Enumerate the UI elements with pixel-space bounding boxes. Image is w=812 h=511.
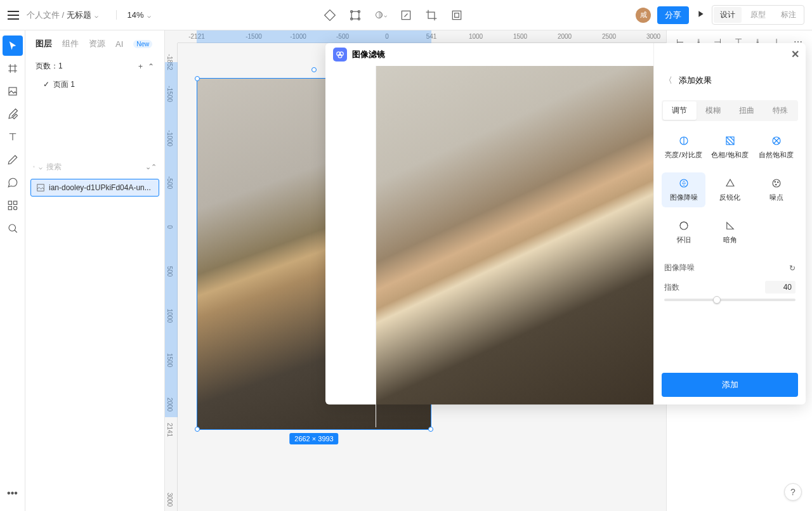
diamond-icon[interactable] — [324, 9, 336, 22]
mode-design[interactable]: 设计 — [714, 7, 742, 23]
effect-vignette[interactable]: 暗角 — [708, 215, 752, 250]
svg-rect-9 — [9, 87, 16, 95]
more-icon[interactable]: ••• — [3, 483, 23, 503]
bounding-box-icon[interactable] — [349, 9, 362, 22]
chevron-down-icon: ⌵ — [147, 12, 151, 19]
effect-brightness[interactable]: 亮度/对比度 — [662, 130, 705, 165]
left-panel: 图层 组件 资源 AI New 页数：1 + ⌃ 页面 1 ⌵ ⌄⌃ ian-d… — [25, 30, 165, 511]
chevron-down-icon[interactable]: ⌵ — [95, 12, 98, 19]
svg-rect-0 — [351, 11, 359, 19]
layer-item[interactable]: ian-dooley-d1UPkiFd04A-un... — [30, 179, 159, 197]
contrast-icon[interactable]: ⌵ — [374, 9, 387, 22]
zoom-level[interactable]: 14% ⌵ — [116, 10, 151, 20]
image-filter-popup: 图像滤镜 ✕ 〈 添加效果 调节 模糊 扭曲 特殊 亮度/对比度 色相/饱和度 … — [325, 43, 806, 404]
image-layer-icon — [36, 183, 45, 192]
resize-handle-br[interactable] — [428, 427, 433, 432]
layer-name: ian-dooley-d1UPkiFd04A-un... — [49, 183, 151, 192]
layer-search-input[interactable] — [46, 162, 141, 171]
mode-prototype[interactable]: 原型 — [744, 7, 772, 23]
frame-icon[interactable] — [450, 9, 463, 22]
effect-hue[interactable]: 色相/饱和度 — [708, 130, 752, 165]
svg-rect-12 — [8, 207, 11, 210]
page-item[interactable]: 页面 1 — [25, 75, 164, 94]
popup-thumbnails — [325, 66, 376, 427]
tab-layers[interactable]: 图层 — [36, 38, 52, 49]
tab-adjust[interactable]: 调节 — [663, 101, 697, 120]
collapse-layers-icon[interactable]: ⌄⌃ — [145, 163, 157, 171]
share-button[interactable]: 分享 — [657, 6, 689, 24]
menu-icon[interactable] — [8, 11, 19, 20]
select-tool[interactable] — [3, 36, 23, 56]
tab-blur[interactable]: 模糊 — [697, 101, 730, 120]
chevron-down-icon[interactable]: ⌵ — [39, 164, 43, 171]
popup-nav-title: 添加效果 — [679, 75, 712, 86]
top-bar: 个人文件 / 无标题 ⌵ 14% ⌵ ⌵ 咸 分享 设计 原型 标注 — [0, 0, 812, 30]
popup-preview — [376, 66, 653, 404]
effect-noise[interactable]: 噪点 — [754, 172, 798, 207]
pencil-tool[interactable] — [3, 150, 23, 170]
resize-handle-tl[interactable] — [195, 76, 200, 81]
filter-app-icon — [333, 48, 347, 61]
effect-vibrance[interactable]: 自然饱和度 — [754, 130, 798, 165]
slider-thumb[interactable] — [713, 296, 721, 304]
breadcrumb-title: 无标题 — [67, 10, 91, 20]
tab-ai[interactable]: AI — [115, 39, 123, 49]
pen-tool[interactable] — [3, 104, 23, 124]
add-button[interactable]: 添加 — [662, 373, 798, 397]
add-page-icon[interactable]: + — [138, 62, 143, 71]
param-title: 图像降噪 — [664, 262, 695, 273]
components-tool[interactable] — [3, 195, 23, 216]
dimensions-badge: 2662 × 3993 — [289, 433, 338, 444]
svg-rect-10 — [8, 201, 11, 204]
rotate-handle[interactable] — [311, 67, 317, 72]
mode-tabs: 设计 原型 标注 — [712, 5, 804, 25]
breadcrumb[interactable]: 个人文件 / 无标题 ⌵ — [27, 10, 98, 21]
tab-assets[interactable]: 资源 — [89, 38, 105, 49]
left-toolbar: ••• — [0, 30, 25, 511]
svg-point-14 — [9, 224, 16, 231]
help-button[interactable]: ? — [784, 483, 802, 501]
search-icon — [33, 162, 35, 171]
reset-icon[interactable]: ↻ — [789, 264, 796, 273]
param-slider[interactable] — [664, 299, 796, 301]
svg-point-25 — [775, 181, 776, 183]
svg-point-15 — [34, 166, 35, 167]
param-input[interactable] — [765, 281, 796, 294]
tab-distort[interactable]: 扭曲 — [730, 101, 764, 120]
play-icon[interactable] — [695, 9, 705, 22]
comment-tool[interactable] — [3, 172, 23, 193]
collapse-icon[interactable]: ⌃ — [148, 62, 154, 71]
frame-tool[interactable] — [3, 58, 23, 79]
tab-components[interactable]: 组件 — [62, 38, 79, 49]
svg-rect-7 — [452, 11, 461, 19]
tab-special[interactable]: 特殊 — [763, 101, 797, 120]
ruler-v-selection — [165, 62, 178, 417]
mode-annotate[interactable]: 标注 — [775, 7, 802, 23]
crop-icon[interactable] — [425, 9, 438, 22]
avatar[interactable]: 咸 — [636, 8, 651, 23]
svg-point-27 — [775, 184, 776, 186]
resize-handle-bl[interactable] — [195, 427, 200, 432]
svg-rect-8 — [455, 13, 459, 17]
edit-icon[interactable] — [400, 9, 412, 22]
popup-title: 图像滤镜 — [352, 49, 385, 60]
param-label: 指数 — [664, 282, 679, 293]
new-badge: New — [133, 40, 152, 48]
effect-vintage[interactable]: 怀旧 — [662, 215, 705, 250]
back-icon[interactable]: 〈 — [664, 75, 672, 86]
svg-rect-16 — [37, 184, 44, 191]
image-tool[interactable] — [3, 81, 23, 101]
pages-count: 1 — [58, 61, 63, 70]
svg-point-26 — [777, 182, 778, 183]
svg-rect-11 — [13, 201, 16, 204]
effect-sharpen[interactable]: 反锐化 — [708, 172, 752, 207]
effect-denoise[interactable]: 图像降噪 — [662, 172, 705, 207]
svg-point-24 — [773, 179, 780, 187]
svg-point-13 — [13, 207, 16, 210]
breadcrumb-folder: 个人文件 / — [27, 10, 64, 20]
text-tool[interactable] — [3, 127, 23, 147]
pages-label: 页数： — [36, 61, 58, 70]
search-tool[interactable] — [3, 218, 23, 238]
close-icon[interactable]: ✕ — [791, 48, 799, 60]
ruler-h-selection — [197, 30, 431, 43]
